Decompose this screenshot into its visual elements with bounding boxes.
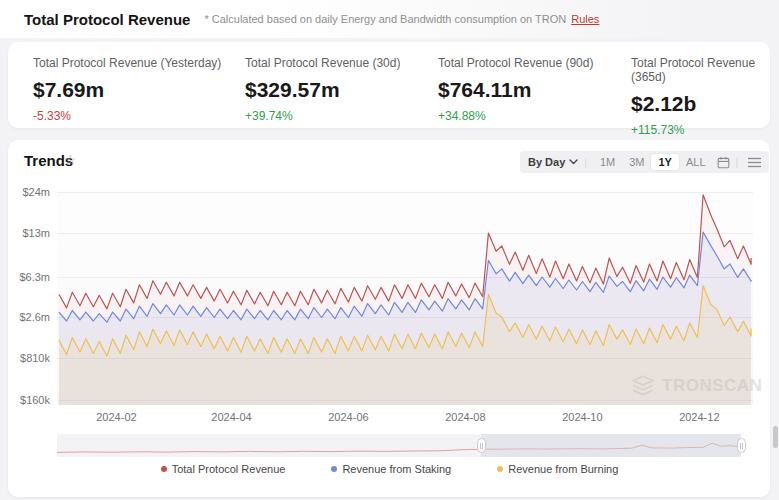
legend-total-protocol-revenue[interactable]: Total Protocol Revenue (161, 463, 286, 475)
legend-label: Revenue from Staking (342, 463, 451, 475)
group-by-dropdown[interactable]: By Day (528, 156, 578, 168)
stat-value: $7.69m (33, 78, 245, 102)
chevron-down-icon (569, 159, 578, 165)
legend-label: Total Protocol Revenue (172, 463, 286, 475)
x-tick: 2024-08 (430, 411, 500, 423)
page-scrollbar-thumb[interactable] (773, 426, 778, 448)
stat-delta: +39.74% (245, 109, 438, 123)
stats-card: Total Protocol Revenue (Yesterday) $7.69… (8, 42, 770, 128)
navigator-selection[interactable] (481, 434, 741, 457)
x-tick: 2024-12 (664, 411, 734, 423)
stat-delta: +115.73% (631, 123, 770, 137)
navigator-right-handle[interactable] (737, 438, 746, 453)
stat-label: Total Protocol Revenue (365d) (631, 56, 770, 84)
legend-label: Revenue from Burning (508, 463, 618, 475)
tronscan-watermark: TRONSCAN (630, 374, 762, 398)
y-tick: $13m (0, 227, 50, 239)
watermark-text: TRONSCAN (662, 376, 762, 396)
legend-revenue-from-burning[interactable]: Revenue from Burning (497, 463, 618, 475)
divider: | (736, 157, 739, 168)
tronscan-logo-icon (630, 374, 656, 398)
stat-value: $2.12b (631, 92, 770, 116)
x-tick: 2024-06 (313, 411, 383, 423)
chart-type-menu-icon[interactable] (748, 157, 761, 168)
legend-dot-yellow (497, 466, 503, 472)
legend-dot-blue (331, 466, 337, 472)
page-title: Total Protocol Revenue (24, 11, 190, 28)
chart-controls: By Day | 1M 3M 1Y ALL | (520, 151, 769, 173)
stat-365d: Total Protocol Revenue (365d) $2.12b +11… (631, 56, 770, 137)
x-tick: 2024-10 (547, 411, 617, 423)
x-tick: 2024-02 (81, 411, 151, 423)
stat-label: Total Protocol Revenue (90d) (438, 56, 631, 70)
y-tick: $6.3m (0, 271, 50, 283)
range-1m-button[interactable]: 1M (593, 154, 622, 170)
page-header: Total Protocol Revenue * Calculated base… (0, 0, 779, 38)
y-tick: $24m (0, 186, 50, 198)
y-tick: $2.6m (0, 311, 50, 323)
stat-90d: Total Protocol Revenue (90d) $764.11m +3… (438, 56, 631, 137)
group-by-label: By Day (528, 156, 565, 168)
tronscan-protocol-revenue-page: Total Protocol Revenue * Calculated base… (0, 0, 779, 500)
favorite-star-icon[interactable]: ☆ (64, 152, 77, 168)
chart-plot-area (57, 190, 753, 405)
range-all-button[interactable]: ALL (679, 154, 713, 170)
stat-label: Total Protocol Revenue (30d) (245, 56, 438, 70)
x-tick: 2024-04 (196, 411, 266, 423)
chart-legend: Total Protocol Revenue Revenue from Stak… (0, 463, 779, 475)
legend-dot-red (161, 466, 167, 472)
divider: | (584, 157, 587, 168)
rules-link[interactable]: Rules (571, 13, 599, 25)
stat-value: $329.57m (245, 78, 438, 102)
header-note: * Calculated based on daily Energy and B… (204, 13, 566, 25)
stat-30d: Total Protocol Revenue (30d) $329.57m +3… (245, 56, 438, 137)
stat-delta: -5.33% (33, 109, 245, 123)
y-tick: $810k (0, 352, 50, 364)
stat-label: Total Protocol Revenue (Yesterday) (33, 56, 245, 70)
stat-delta: +34.88% (438, 109, 631, 123)
y-tick: $160k (0, 394, 50, 406)
stat-yesterday: Total Protocol Revenue (Yesterday) $7.69… (33, 56, 245, 137)
stat-value: $764.11m (438, 78, 631, 102)
range-3m-button[interactable]: 3M (622, 154, 651, 170)
calendar-icon[interactable] (717, 156, 730, 169)
range-1y-button[interactable]: 1Y (651, 154, 678, 170)
legend-revenue-from-staking[interactable]: Revenue from Staking (331, 463, 451, 475)
navigator-left-handle[interactable] (477, 438, 486, 453)
